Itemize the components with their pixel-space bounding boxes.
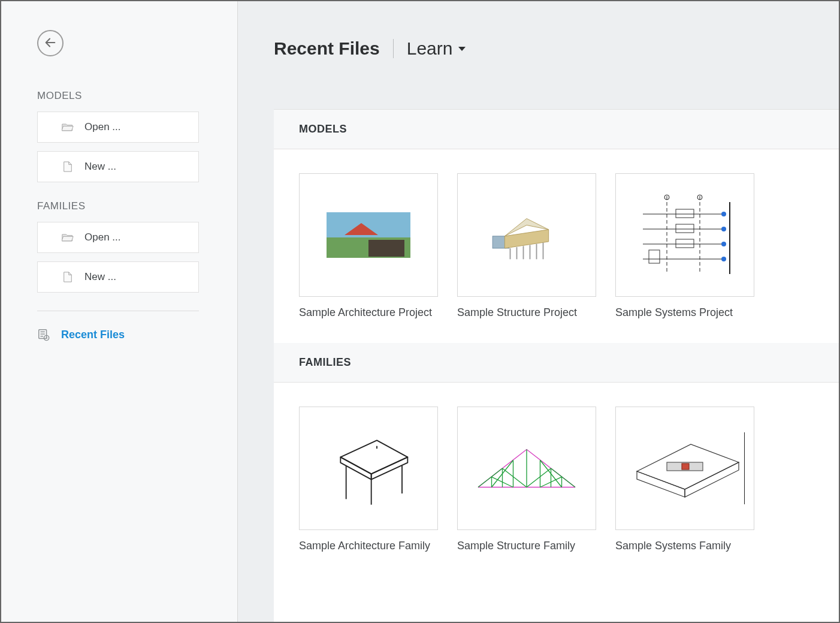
chevron-down-icon [458,47,466,51]
content-area: MODELS Sample Architecture Project [274,109,839,622]
svg-line-48 [503,468,527,487]
sidebar: MODELS Open ... New ... FAMILIES Open [1,1,238,622]
family-card[interactable]: Sample Structure Family [457,407,596,552]
open-family-button[interactable]: Open ... [37,222,199,253]
svg-line-49 [527,468,551,487]
card-label: Sample Architecture Project [299,306,438,319]
svg-rect-31 [649,250,660,263]
folder-open-icon [62,233,74,242]
button-label: Open ... [84,121,120,133]
arch-family-preview-icon [318,426,419,510]
tab-label: Recent Files [274,38,380,59]
tab-separator [393,39,394,58]
card-label: Sample Architecture Family [299,540,438,552]
model-card[interactable]: Sample Systems Project [615,173,754,319]
structure-family-preview-icon [470,441,584,495]
button-label: New ... [84,161,116,173]
recent-files-label: Recent Files [61,329,125,341]
thumbnail [615,407,754,530]
model-card[interactable]: Sample Architecture Project [299,173,438,319]
tab-recent-files[interactable]: Recent Files [274,38,380,59]
new-family-button[interactable]: New ... [37,261,199,293]
families-row: Sample Architecture Family [274,383,839,576]
thumbnail [457,407,596,530]
main-panel: Recent Files Learn MODELS Sample Archite… [238,1,839,622]
thumbnail [615,173,754,297]
arrow-left-icon [44,36,57,51]
card-label: Sample Systems Family [615,540,754,552]
new-model-button[interactable]: New ... [37,151,199,182]
structure-project-preview-icon [479,202,575,268]
tab-label: Learn [407,38,453,59]
svg-point-26 [721,242,726,246]
svg-point-27 [721,257,726,261]
folder-open-icon [62,122,74,132]
back-button[interactable] [37,30,64,56]
section-header-families: FAMILIES [274,343,839,383]
card-label: Sample Systems Project [615,306,754,319]
divider [37,311,199,311]
sidebar-section-label: MODELS [37,90,201,102]
svg-marker-56 [637,471,685,497]
thumbnail [299,407,438,530]
thumbnail [457,173,596,297]
sidebar-section-families: FAMILIES Open ... New ... [37,200,201,293]
systems-family-preview-icon [625,426,745,510]
svg-marker-33 [340,457,371,479]
svg-rect-30 [676,239,694,248]
button-label: New ... [84,271,116,283]
thumbnail [299,173,438,297]
card-label: Sample Structure Project [457,306,596,319]
models-row: Sample Architecture Project [274,149,839,343]
recent-files-link[interactable]: Recent Files [37,328,201,341]
header: Recent Files Learn [238,1,839,109]
svg-point-25 [721,227,726,231]
recent-files-icon [37,328,50,341]
systems-project-preview-icon [628,190,742,280]
button-label: Open ... [84,231,120,243]
family-card[interactable]: Sample Architecture Family [299,407,438,552]
svg-rect-60 [682,464,689,469]
card-label: Sample Structure Family [457,540,596,552]
svg-point-24 [721,212,726,216]
sidebar-section-label: FAMILIES [37,200,201,212]
section-header-models: MODELS [274,110,839,149]
model-card[interactable]: Sample Structure Project [457,173,596,319]
tab-learn[interactable]: Learn [407,38,466,59]
file-new-icon [62,162,74,171]
svg-marker-32 [340,440,407,474]
file-new-icon [62,272,74,282]
arch-project-preview-icon [327,212,410,258]
svg-rect-28 [676,209,694,218]
open-model-button[interactable]: Open ... [37,112,199,143]
svg-rect-29 [676,224,694,233]
family-card[interactable]: Sample Systems Family [615,407,754,552]
sidebar-section-models: MODELS Open ... New ... [37,90,201,182]
